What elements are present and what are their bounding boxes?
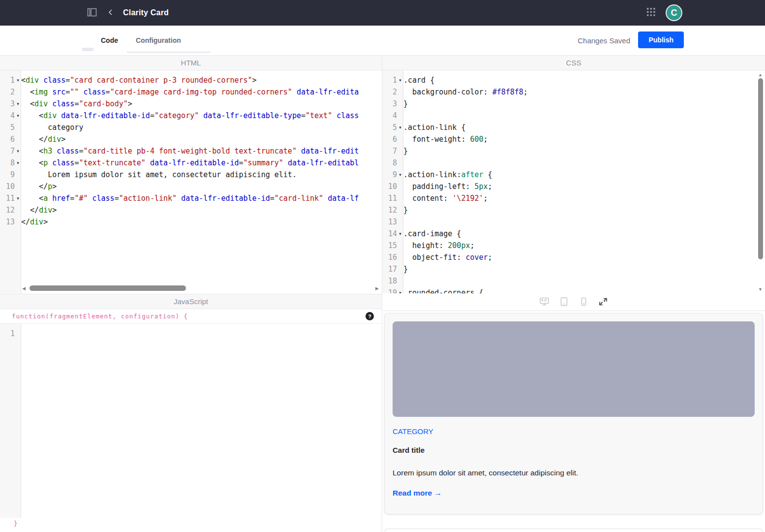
chevron-left-icon — [107, 8, 114, 18]
tablet-icon — [560, 297, 568, 308]
code-line: 15 height: 200px; — [382, 240, 765, 251]
code-line: 5 category — [0, 122, 382, 133]
html-editor[interactable]: 1▾<div class="card card-container p-3 ro… — [0, 70, 382, 293]
fragment-preview: CATEGORY Card title Lorem ipsum dolor si… — [382, 311, 765, 532]
code-line: 1▾<div class="card card-container p-3 ro… — [0, 74, 382, 86]
js-closing-brace: } — [14, 518, 18, 530]
code-line: 19▾.rounded-corners { — [382, 287, 765, 293]
code-line: 2 background-color: #f8f8f8; — [382, 86, 765, 98]
page-title: Clarity Card — [123, 8, 169, 17]
fragment-editor-app: Clarity Card C Code Configuration — [0, 0, 765, 532]
html-panel: HTML 1▾<div class="card card-container p… — [0, 55, 382, 294]
desktop-preview-button[interactable] — [538, 296, 551, 309]
code-line: 10 padding-left: 5px; — [382, 181, 765, 192]
tablet-preview-button[interactable] — [557, 296, 570, 309]
code-line: 3} — [382, 98, 765, 110]
code-line: 16 object-fit: cover; — [382, 251, 765, 263]
autosize-icon — [599, 297, 608, 308]
back-button[interactable] — [106, 8, 115, 17]
html-code: 1▾<div class="card card-container p-3 ro… — [0, 74, 382, 228]
js-editor[interactable]: 1 — [0, 324, 382, 518]
code-line: 7} — [382, 145, 765, 157]
vertical-scrollbar[interactable]: ▲ ▼ — [757, 71, 764, 293]
tab-configuration[interactable]: Configuration — [136, 26, 181, 55]
javascript-panel-title: JavaScript — [0, 294, 382, 309]
app-grid-icon — [647, 8, 655, 18]
code-line: 8▾ <p class="text-truncate" data-lfr-edi… — [0, 157, 382, 169]
scrollbar-thumb[interactable] — [758, 78, 763, 259]
card-image-placeholder — [393, 321, 755, 417]
code-line: 11▾ <a href="#" class="action-link" data… — [0, 192, 382, 204]
code-line: 17} — [382, 263, 765, 275]
phone-preview-button[interactable] — [577, 296, 590, 309]
avatar[interactable]: C — [666, 4, 682, 21]
js-function-signature: function(fragmentElement, configuration)… — [12, 313, 188, 320]
code-line: 2 <img src="" class="card-image card-img… — [0, 86, 382, 98]
css-editor[interactable]: 1▾.card {2 background-color: #f8f8f8;3}4… — [382, 70, 765, 293]
scroll-right-arrow-icon[interactable]: ▶ — [375, 286, 379, 291]
css-panel-title: CSS — [382, 55, 765, 70]
js-function-wrapper-line: function(fragmentElement, configuration)… — [0, 309, 382, 324]
desktop-icon — [540, 297, 549, 307]
line-number-gutter — [0, 324, 21, 518]
code-line: 4 — [382, 110, 765, 122]
scroll-left-arrow-icon[interactable]: ◀ — [22, 286, 26, 291]
scroll-down-arrow-icon[interactable]: ▼ — [758, 287, 763, 292]
scroll-up-arrow-icon[interactable]: ▲ — [758, 72, 763, 77]
html-panel-title: HTML — [0, 55, 382, 70]
code-line: 6 </div> — [0, 133, 382, 145]
phone-icon — [580, 297, 587, 308]
sidebar-toggle-button[interactable] — [87, 7, 97, 18]
css-panel: CSS 1▾.card {2 background-color: #f8f8f8… — [382, 55, 765, 294]
code-line: 9 Lorem ipsum dolor sit amet, consectetu… — [0, 169, 382, 181]
code-line: 13 — [382, 216, 765, 228]
code-line: 13</div> — [0, 216, 382, 228]
code-line: 12} — [382, 204, 765, 216]
card-summary: Lorem ipsum dolor sit amet, consectetur … — [393, 469, 755, 477]
code-line: 1 — [0, 328, 382, 340]
topbar: Clarity Card C — [0, 0, 765, 26]
code-line: 12 </div> — [0, 204, 382, 216]
code-line: 1▾.card { — [382, 74, 765, 86]
editor-toolbar: Code Configuration Changes Saved Publish — [0, 26, 765, 55]
horizontal-scrollbar[interactable]: ◀ ▶ — [21, 285, 379, 292]
publish-button[interactable]: Publish — [638, 31, 684, 48]
next-card-top-edge — [384, 529, 763, 532]
tab-divider — [127, 52, 210, 53]
code-line: 18 — [382, 275, 765, 287]
preview-card: CATEGORY Card title Lorem ipsum dolor si… — [384, 313, 763, 514]
code-line: 3▾ <div class="card-body"> — [0, 98, 382, 110]
code-line: 14▾.card-image { — [382, 228, 765, 240]
card-category: CATEGORY — [393, 427, 755, 436]
code-line: 10 </p> — [0, 181, 382, 192]
code-line: 9▾.action-link:after { — [382, 169, 765, 181]
preview-device-toolbar — [382, 294, 765, 311]
sidebar-toggle-icon — [87, 7, 97, 19]
autosize-preview-button[interactable] — [597, 296, 610, 309]
save-status: Changes Saved — [578, 26, 630, 55]
js-function-wrapper-footer: } — [0, 518, 382, 531]
preview-panel: CATEGORY Card title Lorem ipsum dolor si… — [382, 294, 765, 532]
javascript-panel: JavaScript function(fragmentElement, con… — [0, 294, 382, 532]
card-title: Card title — [393, 446, 755, 454]
help-icon[interactable]: ? — [366, 312, 374, 320]
css-code: 1▾.card {2 background-color: #f8f8f8;3}4… — [382, 74, 765, 293]
code-line: 11 content: '\2192'; — [382, 192, 765, 204]
scrollbar-thumb[interactable] — [30, 285, 186, 291]
code-line: 6 font-weight: 600; — [382, 133, 765, 145]
code-line: 7▾ <h3 class="card-title pb-4 font-weigh… — [0, 145, 382, 157]
tab-code[interactable]: Code — [101, 26, 118, 55]
code-line: 5▾.action-link { — [382, 122, 765, 133]
tab-divider — [82, 48, 93, 51]
js-code: 1 — [0, 328, 382, 340]
app-grid-button[interactable] — [646, 8, 656, 18]
code-line: 4▾ <div data-lfr-editable-id="category" … — [0, 110, 382, 122]
code-line: 8 — [382, 157, 765, 169]
card-read-more-link[interactable]: Read more → — [393, 489, 442, 498]
